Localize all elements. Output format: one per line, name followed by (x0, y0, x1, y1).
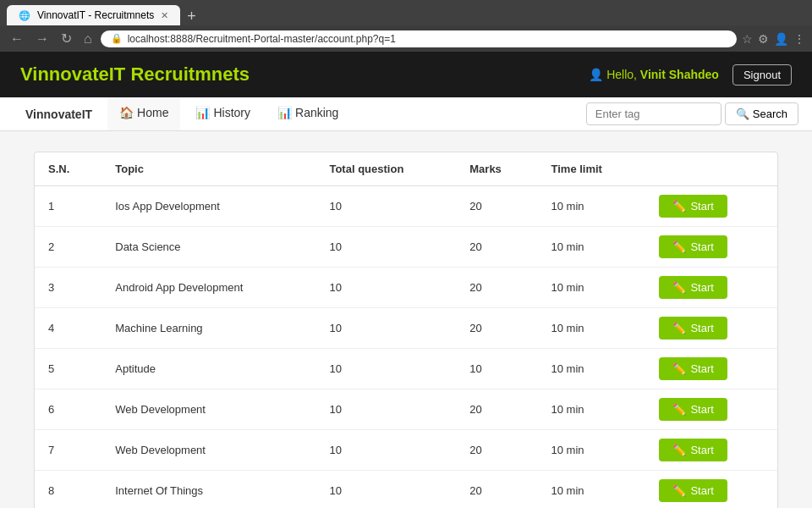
cell-action: ✏️ Start (645, 471, 777, 509)
cell-topic: Internet Of Things (102, 471, 315, 509)
cell-marks: 20 (456, 389, 537, 430)
cell-action: ✏️ Start (645, 430, 777, 471)
cell-total-question: 10 (315, 308, 456, 349)
quiz-table: S.N. Topic Total question Marks Time lim… (35, 152, 777, 508)
cell-action: ✏️ Start (645, 389, 777, 430)
start-button[interactable]: ✏️ Start (659, 357, 727, 380)
start-button[interactable]: ✏️ Start (659, 479, 727, 502)
quiz-table-container: S.N. Topic Total question Marks Time lim… (34, 152, 778, 508)
cell-action: ✏️ Start (645, 268, 777, 308)
cell-total-question: 10 (315, 430, 456, 471)
new-tab-button[interactable]: + (180, 8, 203, 25)
nav-item-history[interactable]: 📊 History (184, 97, 262, 130)
table-row: 5 Aptitude 10 10 10 min ✏️ Start (35, 349, 777, 389)
menu-icon[interactable]: ⋮ (793, 32, 805, 46)
cell-time-limit: 10 min (538, 389, 646, 430)
signout-button[interactable]: Signout (732, 64, 792, 86)
start-button[interactable]: ✏️ Start (659, 195, 727, 218)
cell-total-question: 10 (315, 268, 456, 308)
cell-total-question: 10 (315, 389, 456, 430)
search-button[interactable]: 🔍 Search (725, 102, 798, 125)
home-icon: 🏠 (119, 106, 134, 119)
address-bar[interactable]: 🔒 localhost:8888/Recruitment-Portal-mast… (101, 30, 737, 47)
start-icon: ✏️ (672, 444, 686, 456)
nav-search-area: 🔍 Search (586, 102, 798, 125)
col-sn: S.N. (35, 152, 102, 186)
cell-topic: Web Development (102, 389, 315, 430)
extensions-icon[interactable]: ⚙ (758, 32, 769, 46)
start-icon: ✏️ (672, 362, 686, 375)
cell-sn: 5 (35, 349, 102, 389)
main-content: S.N. Topic Total question Marks Time lim… (0, 131, 812, 508)
start-icon: ✏️ (672, 322, 686, 334)
url-text: localhost:8888/Recruitment-Portal-master… (128, 33, 396, 45)
start-icon: ✏️ (672, 281, 686, 294)
nav-item-home[interactable]: 🏠 Home (107, 97, 180, 130)
tab-title: VinnovatIT - Recruitmnets (37, 9, 154, 21)
cell-topic: Android App Development (102, 268, 315, 308)
start-button[interactable]: ✏️ Start (659, 317, 727, 340)
col-time-limit: Time limit (538, 152, 646, 186)
forward-button[interactable]: → (32, 30, 52, 48)
cell-marks: 20 (456, 471, 537, 509)
start-button[interactable]: ✏️ Start (659, 276, 727, 299)
cell-action: ✏️ Start (645, 308, 777, 349)
cell-sn: 3 (35, 268, 102, 308)
cell-time-limit: 10 min (538, 186, 646, 227)
account-icon[interactable]: 👤 (774, 32, 788, 46)
reload-button[interactable]: ↻ (58, 29, 75, 48)
tag-input[interactable] (586, 102, 721, 125)
back-button[interactable]: ← (7, 30, 27, 48)
cell-action: ✏️ Start (645, 349, 777, 389)
tab-close-icon[interactable]: ✕ (161, 10, 168, 21)
cell-total-question: 10 (315, 227, 456, 268)
cell-sn: 8 (35, 471, 102, 509)
start-icon: ✏️ (672, 403, 686, 416)
table-row: 7 Web Development 10 20 10 min ✏️ Start (35, 430, 777, 471)
table-row: 6 Web Development 10 20 10 min ✏️ Start (35, 389, 777, 430)
table-row: 4 Machine Learning 10 20 10 min ✏️ Start (35, 308, 777, 349)
cell-marks: 10 (456, 349, 537, 389)
cell-sn: 2 (35, 227, 102, 268)
cell-time-limit: 10 min (538, 471, 646, 509)
cell-action: ✏️ Start (645, 186, 777, 227)
table-row: 3 Android App Development 10 20 10 min ✏… (35, 268, 777, 308)
home-button[interactable]: ⌂ (80, 30, 96, 48)
cell-total-question: 10 (315, 186, 456, 227)
cell-topic: Web Development (102, 430, 315, 471)
cell-topic: Data Science (102, 227, 315, 268)
start-button[interactable]: ✏️ Start (659, 398, 727, 421)
cell-time-limit: 10 min (538, 227, 646, 268)
user-greeting: 👤 Hello, Vinit Shahdeo (589, 68, 719, 81)
cell-marks: 20 (456, 430, 537, 471)
col-action (645, 152, 777, 186)
cell-topic: Aptitude (102, 349, 315, 389)
nav-ranking-label: Ranking (295, 106, 338, 119)
table-header-row: S.N. Topic Total question Marks Time lim… (35, 152, 777, 186)
nav-item-ranking[interactable]: 📊 Ranking (266, 97, 350, 130)
cell-sn: 4 (35, 308, 102, 349)
nav-history-label: History (213, 106, 250, 119)
nav-brand: VinnovateIT (14, 99, 104, 130)
cell-topic: Ios App Development (102, 186, 315, 227)
cell-time-limit: 10 min (538, 430, 646, 471)
col-topic: Topic (102, 152, 315, 186)
bookmark-icon[interactable]: ☆ (742, 32, 753, 46)
browser-tab[interactable]: 🌐 VinnovatIT - Recruitmnets ✕ (7, 5, 180, 25)
app-title: VinnovateIT Recruitmnets (20, 64, 250, 86)
table-row: 1 Ios App Development 10 20 10 min ✏️ St… (35, 186, 777, 227)
cell-time-limit: 10 min (538, 268, 646, 308)
start-icon: ✏️ (672, 200, 686, 213)
cell-marks: 20 (456, 308, 537, 349)
start-button[interactable]: ✏️ Start (659, 235, 727, 258)
start-button[interactable]: ✏️ Start (659, 439, 727, 461)
col-marks: Marks (456, 152, 537, 186)
lock-icon: 🔒 (111, 33, 123, 44)
nav-bar: VinnovateIT 🏠 Home 📊 History 📊 Ranking 🔍… (0, 97, 812, 131)
cell-action: ✏️ Start (645, 227, 777, 268)
cell-sn: 7 (35, 430, 102, 471)
cell-topic: Machine Learning (102, 308, 315, 349)
app-header: VinnovateIT Recruitmnets 👤 Hello, Vinit … (0, 52, 812, 97)
cell-marks: 20 (456, 268, 537, 308)
start-icon: ✏️ (672, 484, 686, 497)
